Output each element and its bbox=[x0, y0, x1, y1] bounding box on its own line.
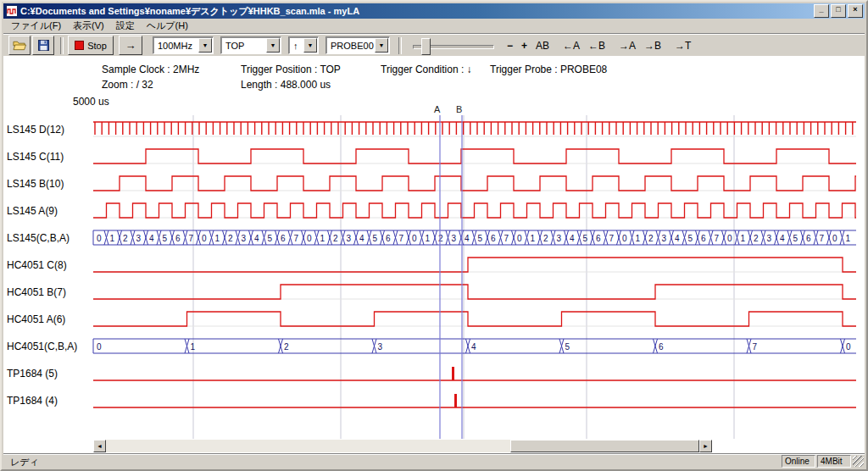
goto-marker-a-left-button[interactable]: ←A bbox=[559, 36, 584, 55]
trigger-probe-value: PROBE00 bbox=[331, 41, 374, 51]
zoom-slider[interactable] bbox=[411, 36, 496, 55]
channel-label: LS145 C(11) bbox=[7, 151, 64, 163]
trigger-edge-select[interactable]: ↑ ▼ bbox=[288, 36, 319, 54]
sample-clock-info: Sample Clock : 2MHz bbox=[102, 64, 199, 75]
zoom-slider-thumb[interactable] bbox=[421, 38, 431, 55]
title-bar[interactable]: C:¥Documents and Settings¥noname¥デスクトップ¥… bbox=[3, 3, 865, 19]
channel-label: LS145(C,B,A) bbox=[7, 232, 70, 244]
status-memory-badge: 4MBit bbox=[817, 455, 851, 468]
app-window: C:¥Documents and Settings¥noname¥デスクトップ¥… bbox=[0, 0, 868, 471]
channel-label: HC4051 A(6) bbox=[7, 313, 65, 325]
goto-marker-b-left-button[interactable]: ←B bbox=[584, 36, 609, 55]
resize-grip[interactable] bbox=[853, 456, 864, 467]
zoom-info: Zoom : / 32 bbox=[102, 79, 153, 91]
channel-label: LS145 B(10) bbox=[7, 178, 64, 190]
menu-help[interactable]: ヘルプ(H) bbox=[141, 19, 194, 33]
trigger-edge-value: ↑ bbox=[293, 41, 298, 51]
menu-bar: ファイル(F) 表示(V) 設定 ヘルプ(H) bbox=[3, 19, 865, 33]
sample-clock-select[interactable]: 100MHz ▼ bbox=[153, 36, 214, 54]
channel-label: HC4051 C(8) bbox=[7, 259, 67, 271]
toolbar-separator bbox=[398, 37, 402, 54]
trigger-position-info: Trigger Position : TOP bbox=[241, 64, 341, 75]
toolbar: Stop → 100MHz ▼ TOP ▼ ↑ ▼ PROBE00 ▼ − + … bbox=[3, 33, 865, 57]
horizontal-scrollbar[interactable]: ◄ ► bbox=[93, 440, 712, 452]
channel-label: HC4051 B(7) bbox=[7, 286, 66, 298]
chevron-down-icon[interactable]: ▼ bbox=[303, 38, 317, 53]
status-ready-text: レディ bbox=[10, 456, 39, 468]
goto-trigger-button[interactable]: →T bbox=[670, 36, 695, 55]
chevron-down-icon[interactable]: ▼ bbox=[266, 38, 280, 53]
trigger-probe-info: Trigger Probe : PROBE08 bbox=[490, 64, 607, 75]
channel-label: TP1684 (4) bbox=[7, 395, 58, 407]
chevron-down-icon[interactable]: ▼ bbox=[198, 38, 212, 53]
scroll-left-icon[interactable]: ◄ bbox=[93, 440, 106, 452]
goto-marker-b-right-button[interactable]: →B bbox=[640, 36, 665, 55]
channel-label: LS145 A(9) bbox=[7, 205, 58, 217]
scrollbar-track[interactable] bbox=[106, 440, 699, 452]
trigger-position-select[interactable]: TOP ▼ bbox=[220, 36, 281, 54]
minimize-button[interactable]: _ bbox=[814, 4, 829, 18]
trigger-condition-info: Trigger Condition : ↓ bbox=[381, 64, 472, 75]
ab-markers-button[interactable]: AB bbox=[531, 36, 554, 55]
run-arrow-icon: → bbox=[125, 39, 136, 52]
scrollbar-thumb[interactable] bbox=[510, 440, 699, 452]
waveform-client-area bbox=[3, 56, 865, 456]
length-info: Length : 488.000 us bbox=[241, 79, 331, 91]
status-bar: レディ Online 4MBit bbox=[3, 453, 865, 468]
channel-label-column: LS145 D(12)LS145 C(11)LS145 B(10)LS145 A… bbox=[2, 2, 92, 471]
channel-label: LS145 D(12) bbox=[7, 124, 64, 136]
trigger-position-value: TOP bbox=[225, 41, 244, 51]
run-button[interactable]: → bbox=[119, 36, 142, 55]
channel-label: TP1684 (5) bbox=[7, 368, 58, 380]
menu-settings[interactable]: 設定 bbox=[110, 19, 141, 33]
chevron-down-icon[interactable]: ▼ bbox=[375, 38, 388, 53]
zoom-out-button[interactable]: − bbox=[503, 36, 517, 55]
status-online-badge: Online bbox=[782, 455, 815, 468]
zoom-in-button[interactable]: + bbox=[517, 36, 531, 55]
close-button[interactable]: × bbox=[848, 4, 863, 18]
trigger-probe-select[interactable]: PROBE00 ▼ bbox=[326, 36, 390, 54]
goto-marker-a-right-button[interactable]: →A bbox=[615, 36, 640, 55]
channel-label: HC4051(C,B,A) bbox=[7, 341, 77, 352]
scroll-right-icon[interactable]: ► bbox=[699, 440, 712, 452]
window-title: C:¥Documents and Settings¥noname¥デスクトップ¥… bbox=[20, 5, 812, 18]
sample-clock-value: 100MHz bbox=[158, 41, 192, 51]
maximize-button[interactable]: □ bbox=[831, 4, 846, 18]
